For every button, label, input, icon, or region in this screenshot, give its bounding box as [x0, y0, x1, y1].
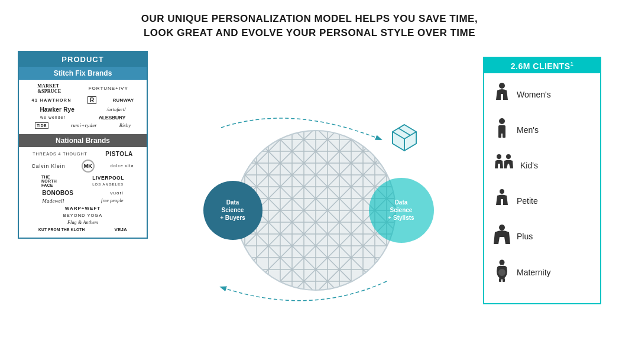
- brand-free-people: free people: [101, 198, 124, 203]
- brand-bixby: Bixby: [119, 123, 131, 128]
- circle-container: Data Science + Buyers Data Science + Sty…: [221, 116, 410, 305]
- brand-pistola: PISTOLA: [105, 151, 133, 157]
- brand-warp-weft: WARP+WEFT: [65, 206, 101, 211]
- brand-runway: R: [87, 96, 96, 104]
- clients-panel: 2.6M CLIENTS1 Women's: [483, 57, 601, 305]
- stitch-fix-brands: MARKET&SPRUCE FORTUNE+IVY 41 HAWTHORN R …: [19, 80, 147, 134]
- plus-icon: [493, 224, 511, 249]
- brand-kut: KUT FROM THE KLOTH: [38, 228, 85, 232]
- kids-icon: [493, 153, 514, 178]
- headline: OUR UNIQUE PERSONALIZATION MODEL HELPS Y…: [141, 12, 478, 40]
- brand-madewell: Madewell: [42, 198, 64, 204]
- mens-icon: [493, 118, 511, 142]
- maternity-label: Maternity: [517, 268, 551, 277]
- client-kids: Kid's: [493, 153, 591, 178]
- diagram-area: Data Science + Buyers Data Science + Sty…: [148, 51, 483, 358]
- svg-point-64: [500, 260, 505, 265]
- national-brands: THREADS 4 THOUGHT PISTOLA Calvin Klein M…: [19, 147, 147, 238]
- svg-point-61: [506, 154, 511, 159]
- brand-dolce-vita: dolce vita: [111, 164, 134, 168]
- womens-label: Women's: [517, 90, 551, 99]
- brand-mk: MK: [82, 160, 95, 173]
- stitch-fix-section-header: Stitch Fix Brands: [19, 67, 147, 80]
- brand-vuori: vuori: [111, 190, 124, 196]
- maternity-icon: [493, 259, 511, 285]
- kids-label: Kid's: [520, 161, 538, 170]
- client-mens: Men's: [493, 118, 591, 142]
- brand-fortune-ivy: FORTUNE+IVY: [89, 86, 128, 91]
- national-section-header: National Brands: [19, 134, 147, 147]
- svg-rect-67: [503, 278, 505, 282]
- svg-line-54: [398, 128, 410, 135]
- brand-threads4thought: THREADS 4 THOUGHT: [33, 152, 87, 156]
- brand-alesbury: ALESBURY: [99, 115, 125, 121]
- brand-north-face: THENORTHFACE: [41, 175, 57, 187]
- product-header: PRODUCT: [19, 52, 147, 67]
- brand-rumi-ryder: rumi+ryder: [70, 122, 97, 128]
- brand-41-hawthorn: 41 HAWTHORN: [32, 98, 72, 102]
- clients-header: 2.6M CLIENTS1: [484, 58, 600, 74]
- headline-line2: LOOK GREAT AND EVOLVE YOUR PERSONAL STYL…: [141, 26, 478, 40]
- svg-point-55: [499, 83, 505, 89]
- brand-we-wender: we wender: [40, 115, 66, 119]
- headline-line1: OUR UNIQUE PERSONALIZATION MODEL HELPS Y…: [141, 12, 478, 26]
- data-science-stylists-bubble: Data Science + Stylists: [369, 178, 434, 243]
- brand-hawker-rye: Hawker Rye: [40, 106, 74, 113]
- svg-rect-59: [503, 132, 505, 138]
- brand-flag-anthem: Flag & Anthem: [67, 220, 98, 225]
- brand-calvin-klein: Calvin Klein: [32, 163, 66, 169]
- client-womens: Women's: [493, 82, 591, 107]
- client-maternity: Maternity: [493, 259, 591, 285]
- svg-point-60: [497, 154, 501, 159]
- petite-label: Petite: [517, 196, 538, 206]
- svg-point-62: [500, 189, 504, 194]
- svg-point-65: [498, 269, 505, 276]
- womens-icon: [493, 82, 511, 107]
- petite-icon: [493, 188, 511, 213]
- svg-rect-58: [498, 132, 501, 138]
- brand-veja: VEJA: [114, 227, 127, 232]
- plus-label: Plus: [517, 232, 533, 241]
- brand-beyond-yoga: BEYOND YOGA: [63, 213, 102, 218]
- brand-tide: TIDE: [35, 122, 48, 129]
- svg-point-56: [499, 118, 505, 124]
- brand-runway-text: RUNWAY: [112, 98, 134, 103]
- brand-bonobos: BONOBOS: [42, 190, 73, 196]
- svg-line-52: [404, 132, 416, 139]
- mens-label: Men's: [517, 125, 539, 135]
- product-panel: PRODUCT Stitch Fix Brands MARKET&SPRUCE …: [18, 51, 148, 239]
- svg-point-63: [499, 225, 505, 230]
- brand-liverpool: LIVERPOOLLOS ANGELES: [92, 175, 124, 187]
- main-content: PRODUCT Stitch Fix Brands MARKET&SPRUCE …: [18, 51, 601, 358]
- client-petite: Petite: [493, 188, 591, 213]
- data-science-buyers-bubble: Data Science + Buyers: [203, 181, 262, 240]
- brand-artafact: /artafact/: [107, 107, 126, 112]
- brand-market-spruce: MARKET&SPRUCE: [37, 83, 61, 94]
- page-container: OUR UNIQUE PERSONALIZATION MODEL HELPS Y…: [0, 0, 619, 364]
- svg-rect-66: [499, 278, 501, 282]
- client-plus: Plus: [493, 224, 591, 249]
